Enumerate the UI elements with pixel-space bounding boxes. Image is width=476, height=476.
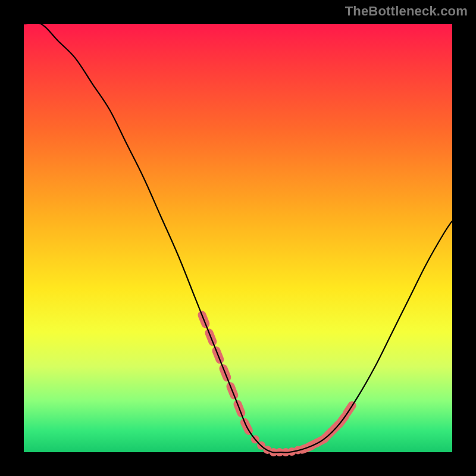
- bottleneck-curve: [24, 23, 452, 453]
- plot-area: [24, 24, 452, 452]
- chart-frame: TheBottleneck.com: [0, 0, 476, 476]
- marker-layer: [196, 309, 358, 456]
- watermark-text: TheBottleneck.com: [345, 4, 468, 19]
- curve-svg: [24, 24, 452, 452]
